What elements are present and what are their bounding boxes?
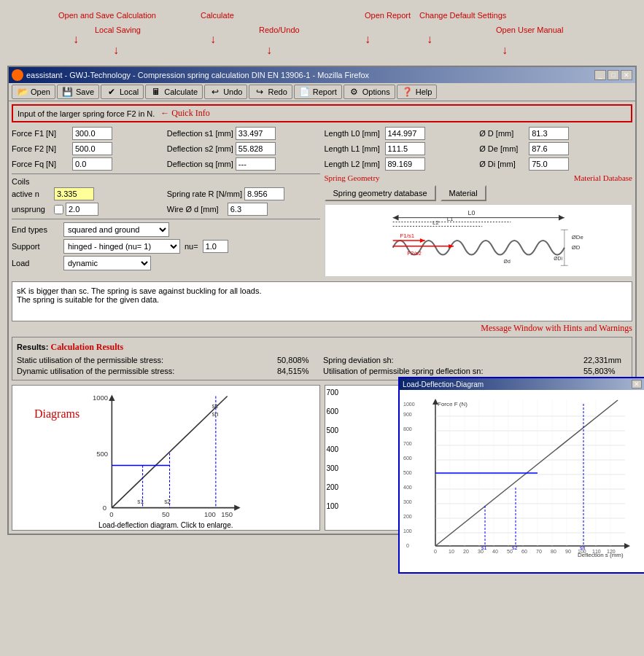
svg-text:300: 300 <box>403 499 412 504</box>
svg-marker-24 <box>109 394 115 400</box>
svg-text:70: 70 <box>536 549 542 554</box>
svg-text:Ød: Ød <box>503 259 510 264</box>
support-select[interactable]: hinged - hinged (nu= 1) <box>63 239 180 254</box>
spring-diagram: L0 L1 L2 <box>325 204 633 277</box>
title-bar-buttons[interactable]: _ □ ✕ <box>594 70 632 80</box>
deflection-sq-input[interactable] <box>236 157 276 171</box>
window-title: eassistant - GWJ-Technology - Compressio… <box>26 71 369 79</box>
right-chart-y400: 400 <box>327 445 339 453</box>
local-button[interactable]: ✔ Local <box>101 85 144 99</box>
svg-text:0: 0 <box>406 543 409 548</box>
force-fq-row: Force Fq [N] <box>12 157 165 171</box>
browser-window: eassistant - GWJ-Technology - Compressio… <box>7 66 637 535</box>
svg-text:60: 60 <box>521 549 527 554</box>
results-section: Results: Calculation Results Static util… <box>12 337 632 380</box>
annotation-open-save: Open and Save Calculation <box>58 11 156 20</box>
report-button[interactable]: 📄 Report <box>294 85 342 99</box>
svg-text:500: 500 <box>403 470 412 475</box>
utilisation-label: Utilisation of permissible spring deflec… <box>323 367 581 375</box>
unsprung-checkbox[interactable] <box>54 205 63 214</box>
options-button[interactable]: ⚙ Options <box>344 85 395 99</box>
deflection-s1-label: Deflection s1 [mm] <box>167 129 233 138</box>
od-di-input[interactable] <box>529 157 569 171</box>
load-select[interactable]: dynamic <box>63 256 151 270</box>
help-button[interactable]: ❓ Help <box>397 85 438 99</box>
wire-input[interactable] <box>228 203 268 216</box>
deflection-s2-row: Deflection s2 [mm] <box>167 142 320 155</box>
od-de-label: Ø De [mm] <box>479 144 527 153</box>
svg-text:Force F (N): Force F (N) <box>438 401 468 407</box>
force-f2-input[interactable] <box>72 142 112 155</box>
redo-button[interactable]: ↪ Redo <box>249 85 292 99</box>
results-title: Results: Calculation Results <box>17 342 627 353</box>
save-button[interactable]: 💾 Save <box>57 85 99 99</box>
unsprung-row: unsprung <box>12 203 165 216</box>
calculate-button[interactable]: 🖩 Calculate <box>145 85 203 99</box>
deflection-s1-input[interactable] <box>236 127 276 140</box>
support-row: Support hinged - hinged (nu= 1) nu= <box>12 239 320 254</box>
right-panel: Length L0 [mm] Ø D [mm] Length L1 [mm] Ø… <box>325 127 633 277</box>
spring-dev-row: Spring deviation sh: 22,331mm <box>323 356 627 364</box>
svg-text:120: 120 <box>607 549 616 554</box>
od-de-row: Ø De [mm] <box>479 142 632 155</box>
length-l1-input[interactable] <box>385 142 425 155</box>
message-window: sK is bigger than sc. The spring is save… <box>12 281 632 321</box>
svg-text:1000: 1000 <box>93 394 108 402</box>
open-button[interactable]: 📂 Open <box>12 85 55 99</box>
svg-text:90: 90 <box>565 549 571 554</box>
right-chart-y300: 300 <box>327 464 339 472</box>
spring-dev-value: 22,331mm <box>583 356 627 364</box>
redo-label: Redo <box>268 87 287 96</box>
right-chart-y200: 200 <box>327 483 339 491</box>
title-bar: eassistant - GWJ-Technology - Compressio… <box>9 67 635 83</box>
svg-text:700: 700 <box>403 441 412 446</box>
dynamic-label: Dynamic utilisation of the permissible s… <box>17 367 274 375</box>
load-row: Load dynamic <box>12 256 320 270</box>
material-button[interactable]: Material <box>441 185 486 201</box>
message-line1: sK is bigger than sc. The spring is save… <box>17 286 627 295</box>
close-button[interactable]: ✕ <box>621 70 632 80</box>
force-fq-input[interactable] <box>72 157 112 171</box>
length-l1-row: Length L1 [mm] <box>325 142 478 155</box>
spring-geometry-button[interactable]: Spring geometry database <box>325 185 436 201</box>
svg-text:110: 110 <box>592 549 601 554</box>
svg-text:F1/s1: F1/s1 <box>400 233 414 239</box>
undo-button[interactable]: ↩ Undo <box>204 85 247 99</box>
spring-rate-input[interactable] <box>244 187 284 200</box>
deflection-s2-input[interactable] <box>236 142 276 155</box>
quick-info-label: ← Quick Info <box>160 108 209 119</box>
unsprung-input[interactable] <box>66 203 98 216</box>
force-f1-input[interactable] <box>72 127 112 140</box>
popup-title: Load-Deflection-Diagram <box>403 380 484 388</box>
options-icon: ⚙ <box>349 87 360 97</box>
calculate-icon: 🖩 <box>150 87 162 97</box>
load-label: Load <box>12 259 59 268</box>
svg-text:100: 100 <box>403 528 412 534</box>
left-diagram[interactable]: Diagrams 1000 500 0 0 50 100 15 <box>12 385 320 531</box>
svg-text:ØDi: ØDi <box>554 256 562 261</box>
static-result-row: Static utilisation of the permissible st… <box>17 356 321 364</box>
deflection-s1-row: Deflection s1 [mm] <box>167 127 320 140</box>
maximize-button[interactable]: □ <box>608 70 619 80</box>
length-l0-input[interactable] <box>385 127 425 140</box>
od-d-input[interactable] <box>529 127 569 140</box>
deflection-sq-row: Deflection sq [mm] <box>167 157 320 171</box>
length-l2-input[interactable] <box>385 157 425 171</box>
coils-label: Coils <box>12 177 29 186</box>
svg-text:ØD: ØD <box>571 244 580 251</box>
nu-input[interactable] <box>203 240 228 253</box>
svg-text:20: 20 <box>463 549 469 554</box>
spring-rate-label: Spring rate R [N/mm] <box>167 190 242 198</box>
svg-text:10: 10 <box>449 549 454 554</box>
od-d-label: Ø D [mm] <box>479 129 527 138</box>
end-types-select[interactable]: squared and ground <box>63 222 169 237</box>
od-de-input[interactable] <box>529 142 569 155</box>
popup-chart-svg: Force F (N) Deflection s (mm) 0 100 200 … <box>403 393 636 568</box>
small-chart-svg: 1000 500 0 0 50 100 150 <box>15 388 317 527</box>
svg-text:L1: L1 <box>446 216 453 222</box>
minimize-button[interactable]: _ <box>594 70 606 80</box>
popup-close-button[interactable]: ✕ <box>632 380 642 388</box>
active-n-input[interactable] <box>54 187 94 200</box>
results-grid: Static utilisation of the permissible st… <box>17 356 627 375</box>
save-icon: 💾 <box>62 87 74 97</box>
